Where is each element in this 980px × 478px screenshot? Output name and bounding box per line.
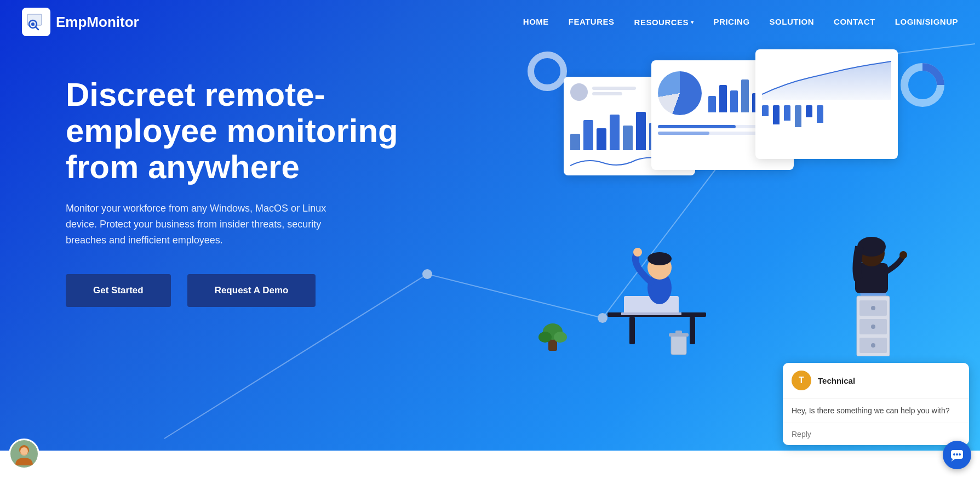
- chat-bubble-button[interactable]: [943, 441, 971, 469]
- hero-buttons: Get Started Request A Demo: [66, 274, 438, 307]
- chevron-down-icon: ▾: [691, 19, 694, 25]
- hero-section: EmpMonitor HOME FEATURES RESOURCES ▾ PRI…: [0, 0, 980, 478]
- svg-rect-11: [690, 317, 695, 344]
- filing-cabinet: [854, 291, 892, 356]
- bar-chart-mini-3: [762, 105, 891, 127]
- logo-icon: [22, 8, 50, 36]
- user-avatar-svg: [13, 442, 36, 465]
- svg-point-33: [871, 306, 875, 310]
- svg-point-17: [633, 248, 642, 257]
- svg-point-39: [956, 453, 958, 456]
- donut-ring: [525, 49, 569, 93]
- svg-point-6: [31, 22, 35, 26]
- chat-widget: T Technical Hey, Is there something we c…: [783, 363, 969, 445]
- chat-agent-avatar: T: [792, 371, 811, 390]
- chat-reply-input[interactable]: [792, 430, 960, 439]
- nav-item-resources[interactable]: RESOURCES ▾: [634, 18, 694, 27]
- svg-rect-10: [629, 317, 635, 344]
- profile-avatar: [570, 83, 588, 101]
- white-bottom-bar: [0, 451, 980, 478]
- svg-point-24: [538, 332, 552, 343]
- get-started-button[interactable]: Get Started: [66, 274, 171, 307]
- bin-illustration: [668, 329, 690, 356]
- dashboard-card-3: [755, 49, 898, 159]
- svg-point-44: [20, 447, 28, 455]
- pie-chart-mini: [658, 71, 702, 115]
- hero-title: Discreet remote-employee monitoring from…: [66, 77, 438, 185]
- chat-header: T Technical: [783, 363, 969, 399]
- chat-message: Hey, Is there something we can help you …: [783, 399, 969, 423]
- svg-line-5: [36, 27, 38, 30]
- nav-item-solution[interactable]: SOLUTION: [770, 17, 815, 27]
- logo-area[interactable]: EmpMonitor: [22, 8, 139, 36]
- hero-content: Discreet remote-employee monitoring from…: [66, 77, 438, 307]
- person-desk-illustration: [575, 214, 728, 356]
- nav-links: HOME FEATURES RESOURCES ▾ PRICING SOLUTI…: [523, 17, 958, 27]
- svg-marker-37: [951, 459, 955, 462]
- svg-point-34: [871, 325, 875, 329]
- svg-rect-28: [675, 331, 682, 334]
- svg-point-35: [871, 343, 875, 348]
- svg-point-21: [899, 251, 907, 259]
- svg-point-40: [959, 453, 961, 456]
- chat-reply-area[interactable]: [783, 423, 969, 445]
- hero-illustration: [520, 44, 947, 362]
- svg-point-16: [647, 252, 672, 265]
- nav-item-home[interactable]: HOME: [523, 17, 549, 27]
- plant-illustration: [536, 291, 569, 356]
- request-demo-button[interactable]: Request A Demo: [187, 274, 316, 307]
- area-chart: [762, 56, 891, 100]
- nav-item-features[interactable]: FEATURES: [569, 17, 615, 27]
- chat-icon: [950, 448, 964, 462]
- donut-ring-2: [898, 60, 947, 110]
- svg-point-25: [554, 332, 567, 343]
- hero-subtitle: Monitor your workforce from any Windows,…: [66, 201, 351, 248]
- svg-point-7: [531, 55, 564, 88]
- navbar: EmpMonitor HOME FEATURES RESOURCES ▾ PRI…: [0, 0, 980, 44]
- logo-svg: [26, 12, 46, 32]
- nav-item-contact[interactable]: CONTACT: [834, 17, 875, 27]
- brand-name: EmpMonitor: [56, 14, 139, 31]
- user-avatar-bottom-left[interactable]: [9, 439, 39, 469]
- chat-agent-name: Technical: [818, 376, 855, 385]
- svg-point-38: [953, 453, 955, 456]
- svg-rect-26: [671, 335, 686, 355]
- svg-rect-13: [621, 312, 681, 315]
- nav-item-login[interactable]: LOGIN/SIGNUP: [895, 17, 958, 27]
- nav-item-pricing[interactable]: PRICING: [714, 17, 750, 27]
